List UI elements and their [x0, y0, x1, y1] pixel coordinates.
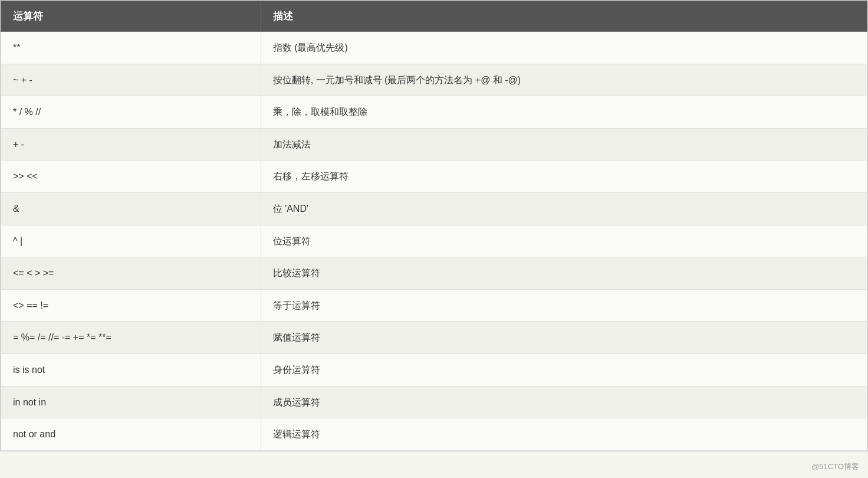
description-cell: 指数 (最高优先级): [261, 32, 867, 64]
operator-cell: <= < > >=: [1, 257, 261, 290]
description-cell: 位运算符: [261, 225, 867, 257]
description-cell: 身份运算符: [261, 353, 867, 386]
operator-cell: ~ + -: [1, 64, 261, 96]
operator-cell: not or and: [1, 418, 261, 451]
description-cell: 等于运算符: [261, 289, 867, 322]
description-cell: 位 'AND': [261, 192, 867, 225]
description-cell: 逻辑运算符: [261, 418, 867, 451]
table-row: = %= /= //= -= += *= **=赋值运算符: [1, 322, 867, 354]
table-row: is is not身份运算符: [1, 353, 867, 386]
operator-cell: <> == !=: [1, 289, 261, 322]
table-row: + -加法减法: [1, 128, 867, 161]
table-row: <> == !=等于运算符: [1, 289, 867, 322]
table-row: in not in成员运算符: [1, 386, 867, 418]
description-cell: 比较运算符: [261, 257, 867, 290]
description-cell: 右移，左移运算符: [261, 161, 867, 193]
table-row: ^ |位运算符: [1, 225, 867, 257]
description-cell: 加法减法: [261, 128, 867, 161]
table-row: &位 'AND': [1, 192, 867, 225]
table-row: <= < > >=比较运算符: [1, 257, 867, 290]
operator-cell: &: [1, 192, 261, 225]
table-row: * / % //乘，除，取模和取整除: [1, 96, 867, 129]
operator-cell: is is not: [1, 353, 261, 386]
operator-cell: >> <<: [1, 161, 261, 193]
table-header-row: 运算符 描述: [1, 1, 867, 32]
table-row: **指数 (最高优先级): [1, 32, 867, 64]
operator-cell: in not in: [1, 386, 261, 418]
watermark: @51CTO博客: [811, 461, 859, 472]
operator-cell: = %= /= //= -= += *= **=: [1, 322, 261, 354]
operator-cell: * / % //: [1, 96, 261, 129]
description-cell: 乘，除，取模和取整除: [261, 96, 867, 129]
description-cell: 成员运算符: [261, 386, 867, 418]
description-cell: 按位翻转, 一元加号和减号 (最后两个的方法名为 +@ 和 -@): [261, 64, 867, 96]
table-row: ~ + -按位翻转, 一元加号和减号 (最后两个的方法名为 +@ 和 -@): [1, 64, 867, 96]
description-cell: 赋值运算符: [261, 322, 867, 354]
table-row: not or and逻辑运算符: [1, 418, 867, 451]
operators-table: 运算符 描述 **指数 (最高优先级)~ + -按位翻转, 一元加号和减号 (最…: [0, 0, 868, 451]
table-row: >> <<右移，左移运算符: [1, 161, 867, 193]
column-header-description: 描述: [261, 1, 867, 32]
operator-cell: **: [1, 32, 261, 64]
operator-cell: + -: [1, 128, 261, 161]
operator-cell: ^ |: [1, 225, 261, 257]
column-header-operator: 运算符: [1, 1, 261, 32]
